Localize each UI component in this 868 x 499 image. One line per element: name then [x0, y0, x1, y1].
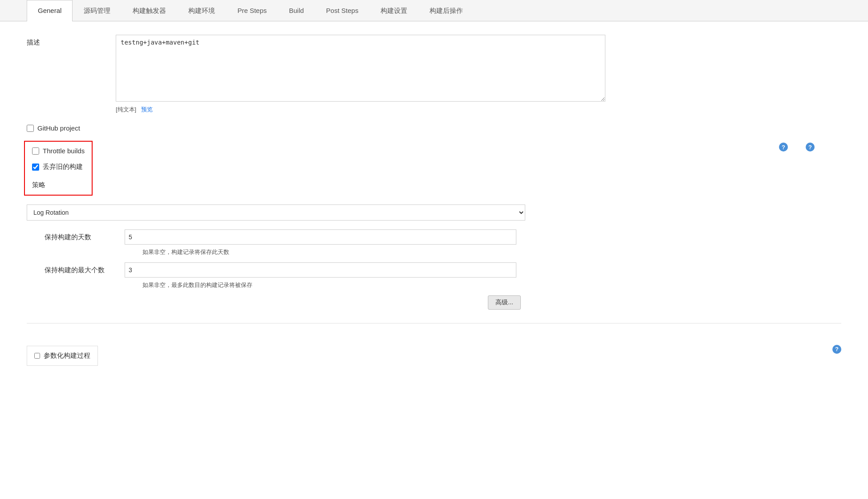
tab-trigger[interactable]: 构建触发器: [122, 0, 177, 21]
preview-link[interactable]: 预览: [141, 106, 153, 113]
tab-post-build[interactable]: 构建后操作: [418, 0, 474, 21]
param-help-icon[interactable]: ?: [832, 345, 841, 354]
keep-max-row: 保持构建的最大个数: [27, 262, 841, 278]
tab-general[interactable]: General: [27, 0, 73, 21]
discard-old-row: 丢弃旧的构建: [32, 163, 85, 171]
tab-source[interactable]: 源码管理: [73, 0, 122, 21]
throttle-help-icon[interactable]: ?: [779, 143, 788, 151]
tab-post-steps[interactable]: Post Steps: [315, 0, 370, 21]
throttle-builds-checkbox[interactable]: [32, 147, 39, 155]
github-project-label[interactable]: GitHub project: [37, 124, 80, 132]
plain-text-label: [纯文本]: [116, 106, 136, 113]
keep-days-row: 保持构建的天数: [27, 229, 841, 245]
discard-old-label[interactable]: 丢弃旧的构建: [43, 163, 83, 171]
discard-help-icon[interactable]: ?: [806, 143, 815, 151]
tabs-bar: General 源码管理 构建触发器 构建环境 Pre Steps Build …: [0, 0, 868, 21]
description-input[interactable]: testng+java+maven+git: [116, 35, 605, 102]
red-box: Throttle builds 丢弃旧的构建 策略: [24, 141, 93, 196]
keep-days-label: 保持构建的天数: [27, 229, 125, 241]
keep-max-hint: 如果非空，最多此数目的构建记录将被保存: [27, 281, 841, 289]
divider: [27, 323, 841, 323]
text-links: [纯文本] 预览: [116, 106, 841, 114]
strategy-label: 策略: [32, 181, 59, 189]
discard-old-checkbox[interactable]: [32, 164, 39, 171]
param-build-row: 参数化构建过程: [27, 346, 98, 366]
keep-days-input[interactable]: [125, 229, 516, 245]
throttle-builds-row: Throttle builds: [32, 147, 85, 155]
tab-build[interactable]: Build: [278, 0, 315, 21]
log-rotation-select[interactable]: Log Rotation: [27, 205, 525, 221]
description-control: testng+java+maven+git [纯文本] 预览: [116, 35, 841, 114]
param-build-label[interactable]: 参数化构建过程: [44, 352, 90, 360]
tab-pre-steps[interactable]: Pre Steps: [226, 0, 278, 21]
tab-settings[interactable]: 构建设置: [369, 0, 418, 21]
strategy-row: 策略: [32, 181, 85, 189]
description-row: 描述 testng+java+maven+git [纯文本] 预览: [27, 35, 841, 114]
keep-days-hint: 如果非空，构建记录将保存此天数: [27, 248, 841, 256]
description-label: 描述: [27, 35, 116, 47]
param-build-checkbox[interactable]: [34, 353, 40, 359]
log-rotation-row: Log Rotation: [27, 205, 539, 221]
main-content: 描述 testng+java+maven+git [纯文本] 预览 GitHub…: [0, 21, 868, 379]
github-project-row: GitHub project: [27, 124, 841, 132]
github-project-checkbox[interactable]: [27, 125, 34, 132]
throttle-builds-label[interactable]: Throttle builds: [43, 147, 85, 155]
keep-max-label: 保持构建的最大个数: [27, 262, 125, 274]
advanced-button[interactable]: 高级...: [488, 295, 521, 310]
tab-env[interactable]: 构建环境: [177, 0, 226, 21]
keep-max-input[interactable]: [125, 262, 516, 278]
